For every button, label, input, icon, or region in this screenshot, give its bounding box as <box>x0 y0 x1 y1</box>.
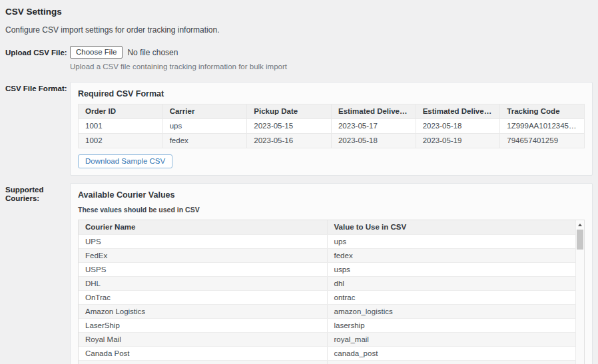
table-row: FedExfedex <box>79 249 575 263</box>
csv-format-label: CSV File Format: <box>5 82 70 93</box>
table-cell: australia_post <box>327 361 575 364</box>
column-header: Carrier <box>162 104 247 119</box>
courier-values-panel: Available Courier Values These values sh… <box>70 183 593 364</box>
table-row: LaserShiplasership <box>79 319 575 333</box>
table-row: 1001ups2023-05-152023-05-172023-05-181Z9… <box>79 119 585 134</box>
column-header: Pickup Date <box>247 104 332 119</box>
table-cell: 2023-05-18 <box>416 119 500 134</box>
table-cell: royal_mail <box>327 333 575 347</box>
csv-file-input[interactable]: Choose File No file chosen <box>70 46 593 59</box>
table-cell: Royal Mail <box>79 333 327 347</box>
column-header: Courier Name <box>79 220 327 235</box>
table-cell: 1001 <box>79 119 163 134</box>
table-cell: Australia Post <box>79 361 327 364</box>
table-cell: amazon_logistics <box>327 305 575 319</box>
courier-values-table: Courier NameValue to Use in CSV UPSupsFe… <box>79 220 575 364</box>
column-header: Order ID <box>79 104 163 119</box>
table-cell: fedex <box>327 249 575 263</box>
table-row: Amazon Logisticsamazon_logistics <box>79 305 575 319</box>
scroll-up-arrow-icon <box>578 224 582 226</box>
courier-table-scroll-area[interactable]: Courier NameValue to Use in CSV UPSupsFe… <box>78 220 585 364</box>
scrollbar-thumb[interactable] <box>577 230 583 250</box>
table-cell: 2023-05-18 <box>331 134 416 148</box>
table-cell: 2023-05-16 <box>247 134 332 148</box>
table-cell: 1002 <box>79 134 163 148</box>
table-cell: Amazon Logistics <box>79 305 327 319</box>
table-cell: canada_post <box>327 347 575 361</box>
column-header: Tracking Code <box>500 104 585 119</box>
table-row: UPSups <box>79 235 575 249</box>
required-format-panel: Required CSV Format Order IDCarrierPicku… <box>70 82 593 176</box>
supported-couriers-row: Supported Couriers: Available Courier Va… <box>5 183 593 364</box>
scroll-up-button[interactable] <box>576 220 584 229</box>
table-cell: ups <box>162 119 247 134</box>
page-description: Configure CSV import settings for order … <box>5 25 593 35</box>
courier-values-subheading: These values should be used in CSV <box>78 206 585 214</box>
table-cell: FedEx <box>79 249 327 263</box>
format-table-header-row: Order IDCarrierPickup DateEstimated Deli… <box>79 104 585 119</box>
table-cell: 2023-05-19 <box>416 134 500 148</box>
csv-format-row: CSV File Format: Required CSV Format Ord… <box>5 82 593 176</box>
table-cell: lasership <box>327 319 575 333</box>
table-cell: Canada Post <box>79 347 327 361</box>
table-cell: dhl <box>327 277 575 291</box>
table-row: USPSusps <box>79 263 575 277</box>
column-header: Estimated Delivery From <box>331 104 416 119</box>
column-header: Value to Use in CSV <box>327 220 575 235</box>
table-cell: 794657401259 <box>500 134 585 148</box>
download-sample-csv-button[interactable]: Download Sample CSV <box>78 154 172 168</box>
table-cell: DHL <box>79 277 327 291</box>
table-cell: 2023-05-17 <box>331 119 416 134</box>
table-cell: OnTrac <box>79 291 327 305</box>
upload-csv-label: Upload CSV File: <box>5 46 70 57</box>
choose-file-button[interactable]: Choose File <box>70 46 123 59</box>
vertical-scrollbar[interactable] <box>575 220 584 364</box>
table-row: Australia Postaustralia_post <box>79 361 575 364</box>
table-row: OnTracontrac <box>79 291 575 305</box>
upload-help-text: Upload a CSV file containing tracking in… <box>70 63 593 71</box>
table-cell: ups <box>327 235 575 249</box>
csv-settings-page: CSV Settings Configure CSV import settin… <box>0 0 598 364</box>
format-sample-table: Order IDCarrierPickup DateEstimated Deli… <box>78 104 585 148</box>
table-row: Canada Postcanada_post <box>79 347 575 361</box>
table-cell: 1Z999AA10123456784 <box>500 119 585 134</box>
table-cell: LaserShip <box>79 319 327 333</box>
table-cell: ontrac <box>327 291 575 305</box>
column-header: Estimated Delivery To <box>416 104 500 119</box>
file-status-text: No file chosen <box>127 48 178 57</box>
supported-couriers-label: Supported Couriers: <box>5 183 70 203</box>
table-row: 1002fedex2023-05-162023-05-182023-05-197… <box>79 134 585 148</box>
page-title: CSV Settings <box>5 7 593 17</box>
courier-table-header-row: Courier NameValue to Use in CSV <box>79 220 575 235</box>
table-row: Royal Mailroyal_mail <box>79 333 575 347</box>
table-cell: 2023-05-15 <box>247 119 332 134</box>
table-cell: fedex <box>162 134 247 148</box>
upload-csv-row: Upload CSV File: Choose File No file cho… <box>5 46 593 71</box>
table-row: DHLdhl <box>79 277 575 291</box>
table-cell: USPS <box>79 263 327 277</box>
courier-values-heading: Available Courier Values <box>78 190 585 200</box>
table-cell: UPS <box>79 235 327 249</box>
required-format-heading: Required CSV Format <box>78 89 585 98</box>
table-cell: usps <box>327 263 575 277</box>
